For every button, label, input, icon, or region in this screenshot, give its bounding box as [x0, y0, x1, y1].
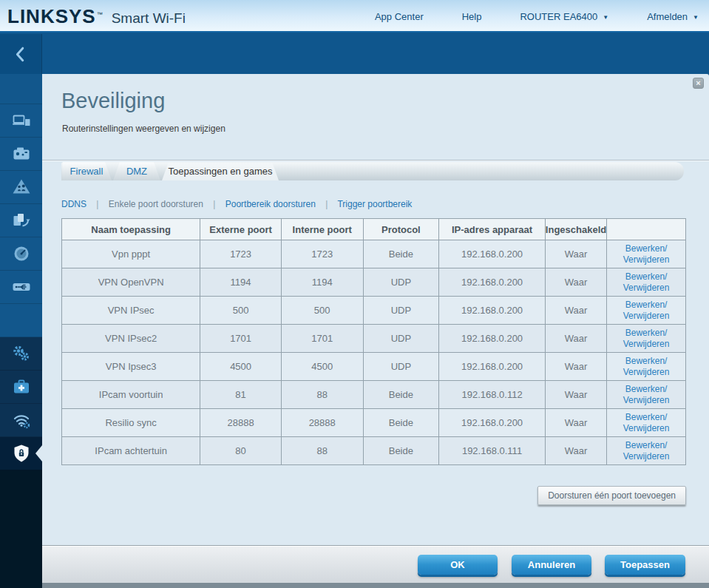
table-row: Resilio sync 28888 28888 Beide 192.168.0…: [62, 409, 686, 437]
cell-protocol: UDP: [363, 325, 439, 353]
header-nav: App Center Help ROUTER EA6400▼ Afmelden▼: [375, 0, 699, 33]
edit-delete-link[interactable]: Bewerken/Verwijderen: [623, 328, 670, 350]
chevron-down-icon: ▼: [603, 14, 608, 21]
table-row: IPcam achtertuin 80 88 Beide 192.168.0.1…: [62, 437, 686, 465]
cell-protocol: UDP: [363, 297, 439, 325]
cell-device-ip: 192.168.0.200: [439, 240, 546, 268]
cell-app-name: IPcam voortuin: [62, 381, 200, 409]
subnav-ddns[interactable]: DDNS: [61, 199, 86, 209]
bottom-strip: [42, 583, 709, 588]
table-row: VPN OpenVPN 1194 1194 UDP 192.168.0.200 …: [62, 268, 686, 297]
cell-external-port: 81: [200, 381, 282, 409]
divider: [42, 160, 709, 160]
cell-device-ip: 192.168.0.200: [439, 409, 546, 437]
cell-enabled: Waar: [545, 297, 606, 325]
header-app-name: Naam toepassing: [62, 219, 200, 240]
nav-logout-dropdown[interactable]: Afmelden▼: [647, 11, 699, 22]
cell-enabled: Waar: [545, 409, 606, 437]
sidebar-item-wireless[interactable]: [0, 404, 42, 437]
cell-internal-port: 88: [281, 381, 363, 409]
cell-enabled: Waar: [545, 353, 606, 381]
cell-actions: Bewerken/Verwijderen: [607, 409, 686, 437]
chevron-left-icon: [12, 44, 30, 64]
sidebar-item-speed-test[interactable]: [0, 237, 42, 271]
cell-device-ip: 192.168.0.200: [439, 353, 546, 381]
nav-help[interactable]: Help: [462, 11, 482, 22]
logo-text: LINKSYS: [7, 5, 96, 28]
apply-button[interactable]: Toepassen: [605, 555, 685, 575]
header-device-ip: IP-adres apparaat: [439, 219, 546, 240]
cell-app-name: VPN IPsec: [62, 297, 200, 325]
cancel-button[interactable]: Annuleren: [512, 555, 591, 575]
cell-protocol: Beide: [363, 437, 439, 465]
close-icon[interactable]: ×: [693, 78, 704, 89]
cell-actions: Bewerken/Verwijderen: [607, 268, 686, 297]
cell-internal-port: 1194: [281, 268, 363, 297]
cell-actions: Bewerken/Verwijderen: [607, 381, 686, 409]
tab-strip: Firewall DMZ Toepassingen en games: [61, 162, 684, 180]
cell-internal-port: 1723: [281, 240, 363, 268]
subnav-separator: |: [325, 199, 328, 209]
cell-device-ip: 192.168.0.200: [439, 297, 546, 325]
sidebar-item-guest-access[interactable]: [0, 138, 42, 171]
subnav-separator: |: [213, 199, 215, 209]
cell-app-name: VPN Ipsec3: [62, 353, 200, 381]
edit-delete-link[interactable]: Bewerken/Verwijderen: [623, 271, 670, 294]
header-internal-port: Interne poort: [281, 219, 363, 240]
subnav-port-range-triggering[interactable]: Trigger poortbereik: [337, 199, 412, 209]
linksys-logo: LINKSYS ™ Smart Wi-Fi: [7, 5, 186, 28]
cell-actions: Bewerken/Verwijderen: [607, 437, 686, 465]
cell-internal-port: 28888: [281, 409, 363, 437]
cell-external-port: 1723: [200, 240, 282, 268]
header-protocol: Protocol: [363, 219, 439, 240]
tab-firewall[interactable]: Firewall: [61, 162, 112, 180]
subnav-port-range-forwarding[interactable]: Poortbereik doorsturen: [225, 199, 316, 209]
app-header: LINKSYS ™ Smart Wi-Fi App Center Help RO…: [0, 0, 709, 33]
subnav-single-port-forwarding[interactable]: Enkele poort doorsturen: [109, 199, 203, 209]
device-list-icon: [12, 111, 31, 130]
cell-protocol: UDP: [363, 353, 439, 381]
cell-protocol: Beide: [363, 409, 439, 437]
cell-internal-port: 4500: [281, 353, 363, 381]
sidebar-item-media-prioritization[interactable]: [0, 204, 42, 237]
sidebar-item-connectivity[interactable]: [0, 337, 42, 371]
page-title: Beveiliging: [61, 89, 165, 113]
sidebar-item-troubleshooting[interactable]: [0, 371, 42, 404]
sidebar-item-parental-controls[interactable]: [0, 171, 42, 204]
cell-actions: Bewerken/Verwijderen: [607, 353, 686, 381]
external-storage-icon: [12, 277, 31, 297]
edit-delete-link[interactable]: Bewerken/Verwijderen: [623, 440, 670, 462]
sidebar-collapse-button[interactable]: [0, 34, 42, 74]
edit-delete-link[interactable]: Bewerken/Verwijderen: [623, 300, 670, 322]
edit-delete-link[interactable]: Bewerken/Verwijderen: [623, 384, 670, 406]
cell-enabled: Waar: [545, 381, 606, 409]
media-prioritization-icon: [12, 211, 31, 230]
cell-actions: Bewerken/Verwijderen: [607, 325, 686, 353]
sidebar-spacer: [0, 74, 42, 104]
cell-device-ip: 192.168.0.111: [439, 437, 546, 465]
edit-delete-link[interactable]: Bewerken/Verwijderen: [623, 356, 670, 378]
cell-enabled: Waar: [545, 437, 606, 465]
edit-delete-link[interactable]: Bewerken/Verwijderen: [623, 243, 670, 266]
product-name: Smart Wi-Fi: [112, 10, 186, 27]
cell-external-port: 4500: [200, 353, 282, 381]
tab-apps-and-games[interactable]: Toepassingen en games: [162, 162, 279, 180]
sidebar-item-device-list[interactable]: [0, 104, 42, 138]
cell-enabled: Waar: [545, 268, 606, 297]
add-single-port-button[interactable]: Doorsturen één poort toevoegen: [537, 486, 686, 505]
table-row: IPcam voortuin 81 88 Beide 192.168.0.112…: [62, 381, 686, 409]
tab-dmz[interactable]: DMZ: [113, 162, 160, 180]
ok-button[interactable]: OK: [418, 555, 498, 575]
table-row: Vpn pppt 1723 1723 Beide 192.168.0.200 W…: [62, 240, 686, 268]
cell-internal-port: 88: [281, 437, 363, 465]
nav-app-center[interactable]: App Center: [375, 11, 424, 22]
cell-device-ip: 192.168.0.200: [439, 268, 546, 297]
header-enabled: Ingeschakeld: [545, 219, 606, 240]
cell-app-name: VPN IPsec2: [62, 325, 200, 353]
cell-external-port: 28888: [200, 409, 282, 437]
wireless-icon: [12, 410, 31, 430]
sidebar-item-external-storage[interactable]: [0, 271, 42, 304]
nav-router-dropdown[interactable]: ROUTER EA6400▼: [520, 11, 608, 22]
edit-delete-link[interactable]: Bewerken/Verwijderen: [623, 412, 670, 434]
port-table-body: Vpn pppt 1723 1723 Beide 192.168.0.200 W…: [62, 240, 686, 465]
